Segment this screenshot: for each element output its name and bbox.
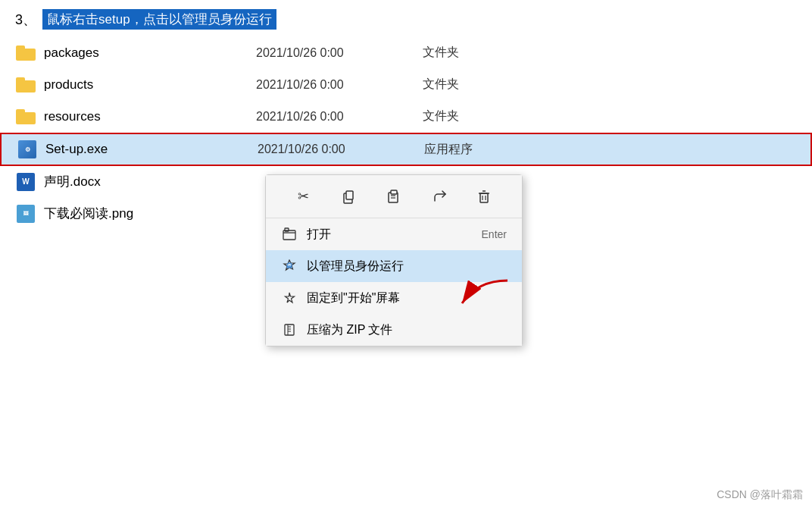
png-icon: 🖼 bbox=[15, 203, 36, 224]
svg-rect-11 bbox=[283, 230, 295, 240]
admin-icon bbox=[281, 258, 298, 274]
folder-icon-resources bbox=[15, 106, 36, 127]
folder-icon bbox=[15, 42, 36, 64]
paste-button[interactable] bbox=[380, 183, 408, 210]
context-menu-toolbar: ✂ bbox=[266, 175, 522, 218]
share-button[interactable] bbox=[426, 183, 453, 210]
file-type-products: 文件夹 bbox=[423, 77, 797, 93]
open-shortcut: Enter bbox=[482, 228, 507, 240]
watermark: CSDN @落叶霜霜 bbox=[717, 488, 803, 502]
svg-rect-14 bbox=[285, 325, 294, 335]
copy-button[interactable] bbox=[335, 183, 362, 210]
file-type-packages: 文件夹 bbox=[423, 45, 797, 61]
file-date-resources: 2021/10/26 0:00 bbox=[256, 110, 423, 124]
instruction-bar: 3、 鼠标右击setup，点击以管理员身份运行 bbox=[0, 0, 812, 37]
zip-icon bbox=[281, 321, 298, 338]
file-name-setup-exe: Set-up.exe bbox=[45, 142, 258, 157]
file-date-products: 2021/10/26 0:00 bbox=[256, 78, 423, 92]
file-name-docx: 声明.docx bbox=[44, 173, 256, 190]
open-label: 打开 bbox=[307, 227, 473, 243]
file-date-packages: 2021/10/26 0:00 bbox=[256, 46, 423, 60]
file-row-products[interactable]: products 2021/10/26 0:00 文件夹 bbox=[0, 69, 812, 101]
word-icon: W bbox=[15, 171, 36, 193]
cut-button[interactable]: ✂ bbox=[290, 183, 317, 210]
svg-rect-6 bbox=[480, 193, 488, 202]
open-icon bbox=[281, 226, 298, 243]
file-name-products: products bbox=[44, 77, 256, 93]
instruction-number: 3、 bbox=[15, 11, 36, 29]
exe-icon: ⚙ bbox=[17, 139, 38, 160]
file-name-resources: resources bbox=[44, 109, 256, 124]
file-name-packages: packages bbox=[44, 45, 256, 61]
file-row-packages[interactable]: packages 2021/10/26 0:00 文件夹 bbox=[0, 37, 812, 69]
run-as-admin-label: 以管理员身份运行 bbox=[307, 259, 507, 274]
svg-rect-3 bbox=[391, 190, 397, 194]
file-row-setup-exe[interactable]: ⚙ Set-up.exe 2021/10/26 0:00 应用程序 bbox=[0, 133, 812, 166]
file-row-resources[interactable]: resources 2021/10/26 0:00 文件夹 bbox=[0, 101, 812, 133]
context-menu-open[interactable]: 打开 Enter bbox=[266, 218, 522, 250]
file-date-setup-exe: 2021/10/26 0:00 bbox=[258, 143, 424, 156]
folder-icon-products bbox=[15, 74, 36, 96]
file-type-setup-exe: 应用程序 bbox=[424, 142, 795, 158]
pin-icon bbox=[281, 290, 298, 306]
file-name-png: 下载必阅读.png bbox=[44, 205, 256, 222]
delete-button[interactable] bbox=[470, 183, 498, 210]
red-arrow bbox=[454, 273, 515, 321]
svg-rect-1 bbox=[346, 191, 353, 199]
instruction-text: 鼠标右击setup，点击以管理员身份运行 bbox=[42, 9, 276, 30]
compress-zip-label: 压缩为 ZIP 文件 bbox=[307, 322, 507, 338]
file-type-resources: 文件夹 bbox=[423, 108, 797, 124]
svg-rect-12 bbox=[285, 228, 289, 231]
